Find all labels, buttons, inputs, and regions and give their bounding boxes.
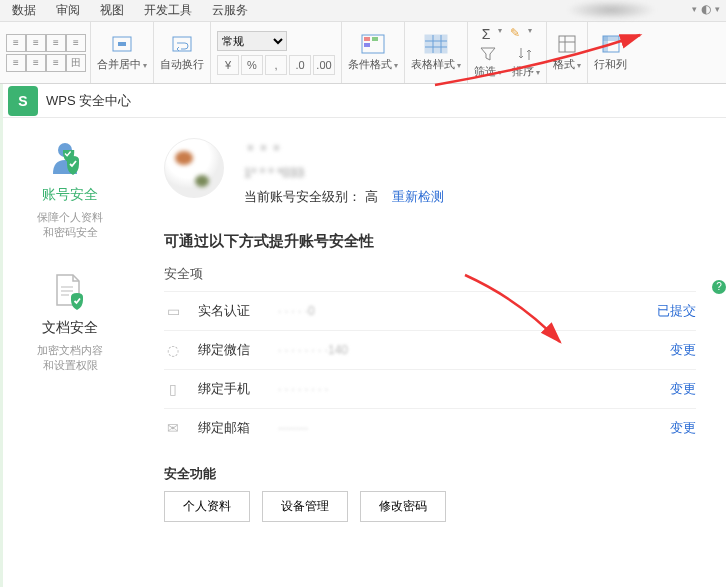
comma-icon[interactable]: ,	[265, 55, 287, 75]
profile-button[interactable]: 个人资料	[164, 491, 250, 522]
account-shield-icon	[47, 138, 93, 178]
menu-data[interactable]: 数据	[2, 2, 46, 19]
help-icon[interactable]: ?	[712, 280, 726, 294]
avatar	[164, 138, 224, 198]
table-style-button[interactable]: 表格样式▾	[411, 33, 461, 72]
app-title-bar: S WPS 安全中心	[0, 84, 726, 118]
sidebar-item-document-security[interactable]: 文档安全 加密文档内容 和设置权限	[0, 271, 140, 374]
security-item-action[interactable]: 变更	[670, 419, 696, 437]
alignment-grid[interactable]: ≡≡≡≡ ≡≡≡田	[6, 34, 84, 72]
main-area: 账号安全 保障个人资料 和密码安全 文档安全 加密文档内容 和设置权限 ＊＊＊ …	[0, 118, 726, 587]
sidebar: 账号安全 保障个人资料 和密码安全 文档安全 加密文档内容 和设置权限	[0, 118, 140, 587]
security-item-name: 绑定手机	[198, 380, 278, 398]
security-items-label: 安全项	[164, 265, 696, 283]
security-item-name: 实名认证	[198, 302, 278, 320]
sidebar-item-account-security[interactable]: 账号安全 保障个人资料 和密码安全	[0, 138, 140, 241]
percent-icon[interactable]: %	[241, 55, 263, 75]
sidebar-item-desc: 保障个人资料 和密码安全	[10, 210, 130, 241]
menu-cloud[interactable]: 云服务	[202, 2, 258, 19]
mail-icon: ✉	[164, 420, 182, 436]
sidebar-item-desc: 加密文档内容 和设置权限	[10, 343, 130, 374]
security-item-name: 绑定微信	[198, 341, 278, 359]
security-functions-label: 安全功能	[164, 465, 696, 483]
merge-center-button[interactable]: 合并居中▾	[97, 33, 147, 72]
filter-button[interactable]: 筛选▾	[474, 46, 502, 79]
security-level-label: 当前账号安全级别：	[244, 189, 361, 204]
currency-icon[interactable]: ¥	[217, 55, 239, 75]
security-item-value: · · · · ·0	[278, 304, 657, 318]
wechat-icon: ◌	[164, 342, 182, 358]
menu-review[interactable]: 审阅	[46, 2, 90, 19]
theme-icon[interactable]: ◐	[701, 2, 711, 16]
svg-rect-4	[364, 37, 370, 41]
svg-rect-6	[364, 43, 370, 47]
decrease-decimal-icon[interactable]: .00	[313, 55, 335, 75]
svg-rect-1	[118, 42, 126, 46]
device-manage-button[interactable]: 设备管理	[262, 491, 348, 522]
menu-devtools[interactable]: 开发工具	[134, 2, 202, 19]
security-level-value: 高	[365, 189, 378, 204]
autosum-icon[interactable]: Σ	[482, 26, 491, 42]
app-logo: S	[8, 86, 38, 116]
conditional-format-button[interactable]: 条件格式▾	[348, 33, 398, 72]
profile-name: ＊＊＊	[244, 138, 444, 161]
format-button[interactable]: 格式▾	[553, 33, 581, 72]
user-avatar-blur	[566, 0, 656, 20]
security-item-phone: ▯ 绑定手机 · · · · · · · · 变更	[164, 369, 696, 408]
security-item-email: ✉ 绑定邮箱 ········· 变更	[164, 408, 696, 447]
ribbon: ≡≡≡≡ ≡≡≡田 合并居中▾ 自动换行 常规 ¥ % , .0 .00	[0, 22, 726, 84]
document-shield-icon	[47, 271, 93, 311]
content-area: ＊＊＊ 1* * * *033 当前账号安全级别： 高 重新检测 可通过以下方式…	[140, 118, 726, 587]
menu-view[interactable]: 视图	[90, 2, 134, 19]
security-item-name: 绑定邮箱	[198, 419, 278, 437]
svg-rect-17	[603, 36, 608, 52]
security-item-action[interactable]: 变更	[670, 380, 696, 398]
id-card-icon: ▭	[164, 303, 182, 319]
increase-decimal-icon[interactable]: .0	[289, 55, 311, 75]
number-format-select[interactable]: 常规	[217, 31, 287, 51]
phone-icon: ▯	[164, 381, 182, 397]
change-password-button[interactable]: 修改密码	[360, 491, 446, 522]
sidebar-item-title: 账号安全	[10, 186, 130, 204]
sidebar-item-title: 文档安全	[10, 319, 130, 337]
section-heading: 可通过以下方式提升账号安全性	[164, 232, 696, 251]
app-title: WPS 安全中心	[46, 92, 131, 110]
svg-rect-7	[425, 35, 447, 53]
security-item-value: · · · · · · · ·	[278, 382, 670, 396]
chevron-down-icon[interactable]: ▾	[692, 4, 697, 14]
security-item-action[interactable]: 已提交	[657, 302, 696, 320]
svg-rect-12	[559, 36, 575, 52]
fill-icon[interactable]: ✎	[510, 26, 520, 42]
number-format-buttons[interactable]: ¥ % , .0 .00	[217, 55, 335, 75]
profile-block: ＊＊＊ 1* * * *033 当前账号安全级别： 高 重新检测	[164, 138, 696, 208]
chevron-down-icon[interactable]: ▾	[715, 4, 720, 14]
wrap-text-button[interactable]: 自动换行	[160, 33, 204, 72]
rowcol-button[interactable]: 行和列	[594, 33, 627, 72]
security-item-wechat: ◌ 绑定微信 · · · · · · · ·140 变更	[164, 330, 696, 369]
profile-id: 1* * * *033	[244, 161, 444, 184]
svg-rect-5	[372, 37, 378, 41]
security-item-realname: ▭ 实名认证 · · · · ·0 已提交	[164, 291, 696, 330]
recheck-link[interactable]: 重新检测	[392, 189, 444, 204]
security-item-value: ·········	[278, 421, 670, 435]
green-accent-bar	[0, 84, 3, 587]
security-item-value: · · · · · · · ·140	[278, 343, 670, 357]
security-item-action[interactable]: 变更	[670, 341, 696, 359]
menu-bar: 数据 审阅 视图 开发工具 云服务 ▾ ◐ ▾	[0, 0, 726, 22]
sort-button[interactable]: 排序▾	[512, 46, 540, 79]
